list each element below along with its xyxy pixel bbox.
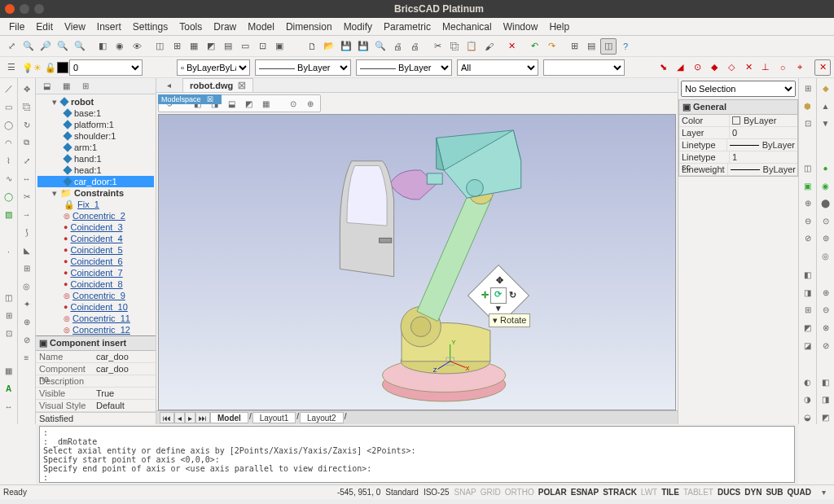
tool-icon[interactable]: ◫: [151, 38, 168, 55]
tree-constraint[interactable]: Concentric_11: [37, 313, 154, 324]
copy-icon[interactable]: ⿻: [446, 38, 463, 55]
status-flag-polar[interactable]: POLAR: [538, 488, 567, 497]
property-row[interactable]: Lineweight ByLayer: [679, 164, 797, 176]
redo-icon[interactable]: ↷: [543, 38, 560, 55]
view-icon[interactable]: 👁: [129, 38, 145, 55]
status-flag-strack[interactable]: STRACK: [603, 488, 637, 497]
snap-quadrant-icon[interactable]: ◇: [723, 59, 740, 76]
save-icon[interactable]: 💾: [338, 38, 354, 55]
align-icon[interactable]: ≡: [20, 350, 34, 365]
matchprop-icon[interactable]: 🖌: [481, 38, 497, 55]
publish-icon[interactable]: 🖨: [406, 38, 423, 55]
menu-tools[interactable]: Tools: [173, 20, 208, 34]
status-flag-ducs[interactable]: DUCS: [718, 488, 740, 497]
menu-modify[interactable]: Modify: [338, 20, 378, 34]
tool-icon[interactable]: ▼: [819, 116, 833, 131]
tool-icon[interactable]: ⊘: [819, 338, 833, 353]
menu-model[interactable]: Model: [242, 20, 280, 34]
tree-part[interactable]: head:1: [37, 164, 154, 176]
component-prop-row[interactable]: VisibleTrue: [36, 388, 156, 400]
status-flag-tile[interactable]: TILE: [661, 488, 679, 497]
property-row[interactable]: Linetype sc1: [679, 151, 797, 164]
document-tab[interactable]: robot.dwg ☒: [182, 78, 253, 92]
property-row[interactable]: Color ByLayer: [679, 115, 797, 127]
status-flag-snap[interactable]: SNAP: [454, 488, 476, 497]
tool-icon[interactable]: ◨: [819, 392, 833, 407]
hatch-icon[interactable]: ▨: [2, 207, 16, 221]
mirror-icon[interactable]: ⧉: [20, 135, 34, 150]
join-icon[interactable]: ⊕: [20, 314, 34, 329]
status-flag-dyn[interactable]: DYN: [744, 488, 762, 497]
tree-tab-icon[interactable]: ⊞: [78, 79, 93, 94]
tree-constraint[interactable]: Concentric_12: [37, 324, 154, 335]
tool-icon[interactable]: ⊕: [819, 286, 833, 300]
xref-icon[interactable]: ⊡: [2, 326, 16, 340]
layer-states[interactable]: 💡 ☀ 🔓: [20, 63, 56, 72]
doc-tab-prev-icon[interactable]: ◂: [161, 78, 176, 93]
viewport[interactable]: Y X Z ✥ ✛ ↻ ▾ ⟳ ▾ Rotate: [158, 114, 676, 410]
snap-nearest-icon[interactable]: ⌖: [792, 59, 808, 76]
tool-icon[interactable]: ◩: [801, 321, 815, 335]
tool-icon[interactable]: ◫: [801, 161, 815, 176]
tool-icon[interactable]: ⊕: [801, 196, 815, 211]
tool-icon[interactable]: ⊘: [801, 231, 815, 246]
tree-constraint[interactable]: 🔒Fix_1: [37, 199, 154, 210]
component-tree[interactable]: ▾robotbase:1platform:1shoulder:1arm:1han…: [36, 94, 156, 335]
quad-cursor[interactable]: ✥ ✛ ↻ ▾ ⟳: [476, 274, 520, 318]
status-flag-lwt[interactable]: LWT: [641, 488, 657, 497]
tree-constraint[interactable]: Concentric_2: [37, 210, 154, 221]
tool-icon[interactable]: ◧: [819, 375, 833, 389]
paste-icon[interactable]: 📋: [463, 38, 480, 55]
delete-icon[interactable]: ✕: [503, 38, 520, 55]
trim-icon[interactable]: ✂: [20, 189, 34, 204]
tree-constraint[interactable]: Coincident_6: [37, 256, 154, 267]
line-icon[interactable]: ／: [2, 81, 16, 96]
tool-icon[interactable]: ⊖: [801, 214, 815, 229]
move-icon[interactable]: ✥: [20, 81, 34, 96]
close-tab-icon[interactable]: ☒: [238, 81, 246, 91]
tool-icon[interactable]: ▲: [819, 99, 833, 114]
minimize-icon[interactable]: [20, 4, 29, 14]
ctx-tool-icon[interactable]: ⬓: [226, 96, 238, 111]
tool-icon[interactable]: ◩: [819, 410, 833, 424]
zoom-previous-icon[interactable]: 🔎: [37, 38, 54, 55]
tool-icon[interactable]: ⊡: [801, 116, 815, 131]
circle-icon[interactable]: ◯: [2, 117, 16, 132]
tool-icon[interactable]: ▭: [237, 38, 253, 55]
tree-part[interactable]: shoulder:1: [37, 130, 154, 142]
orbit-icon[interactable]: ◉: [112, 38, 128, 55]
tree-part[interactable]: hand:1: [37, 153, 154, 164]
lineweight-select[interactable]: ———— ByLayer: [356, 59, 452, 76]
cut-icon[interactable]: ✂: [429, 38, 446, 55]
status-dimstyle[interactable]: ISO-25: [424, 488, 450, 497]
snap-none-icon[interactable]: ✕: [814, 59, 831, 76]
tool-icon[interactable]: ◉: [819, 178, 833, 193]
tool-icon[interactable]: ◐: [801, 375, 815, 389]
ctx-tool-icon[interactable]: ⊙: [288, 96, 300, 111]
break-icon[interactable]: ⊘: [20, 332, 34, 347]
status-flag-tablet[interactable]: TABLET: [683, 488, 713, 497]
ctx-tool-icon[interactable]: ⊕: [305, 96, 317, 111]
component-prop-row[interactable]: Visual StyleDefault: [36, 400, 156, 412]
linetype-select[interactable]: ———— ByLayer: [255, 59, 351, 76]
extend-icon[interactable]: →: [20, 207, 34, 221]
tree-constraints-folder[interactable]: ▾📁Constraints: [37, 187, 154, 199]
isoview-icon[interactable]: ◧: [94, 38, 111, 55]
tool-icon[interactable]: ◑: [801, 392, 815, 407]
tool-icon[interactable]: ⊗: [819, 321, 833, 335]
insert-icon[interactable]: ⊞: [2, 308, 16, 322]
print-preview-icon[interactable]: 🔍: [372, 38, 388, 55]
tool-icon[interactable]: ▦: [186, 38, 202, 55]
tool-icon[interactable]: ⊞: [801, 81, 815, 96]
status-flag-sub[interactable]: SUB: [766, 488, 783, 497]
layer-select[interactable]: 0: [69, 59, 143, 76]
menu-view[interactable]: View: [59, 20, 91, 34]
properties-icon[interactable]: ▤: [583, 38, 599, 55]
sheetset-icon[interactable]: ◫: [600, 38, 617, 55]
tree-constraint[interactable]: Coincident_7: [37, 267, 154, 278]
rect-icon[interactable]: ▭: [2, 99, 16, 114]
snap-midpoint-icon[interactable]: ◢: [672, 59, 688, 76]
ctx-tool-icon[interactable]: ▦: [260, 96, 272, 111]
tool-icon[interactable]: ◆: [819, 81, 833, 96]
color-select[interactable]: ▫ ByLayerByLayer: [177, 59, 250, 76]
